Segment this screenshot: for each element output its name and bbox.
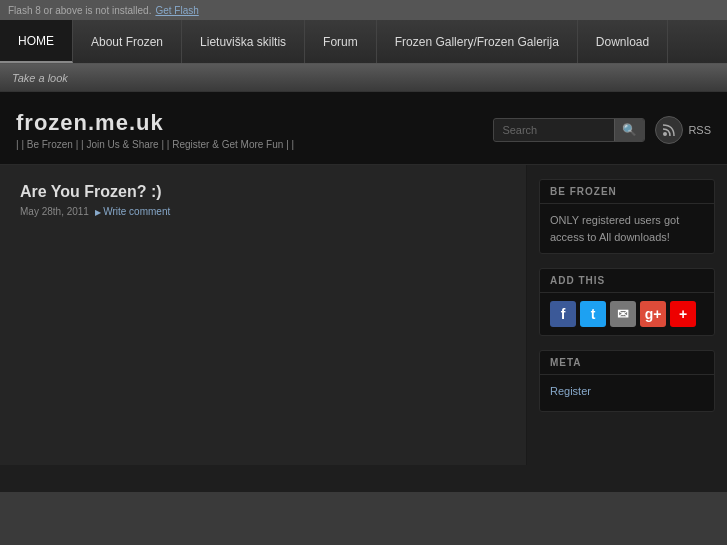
main-wrapper: frozen.me.uk | | Be Frozen | | Join Us &… [0, 92, 727, 492]
sidebar: BE FROZEN ONLY registered users got acce… [527, 165, 727, 465]
social-icons-container: f t ✉ g+ + [540, 293, 714, 335]
write-comment-link[interactable]: Write comment [95, 206, 170, 217]
rss-link[interactable]: RSS [655, 116, 711, 144]
tagline-bar: Take a look [0, 64, 727, 92]
flash-notice: Flash 8 or above is not installed. Get F… [0, 0, 727, 20]
nav-item-gallery[interactable]: Frozen Gallery/Frozen Galerija [377, 20, 578, 63]
nav-item-lietuviska[interactable]: Lietuviška skiltis [182, 20, 305, 63]
flash-text: Flash 8 or above is not installed. [8, 5, 151, 16]
nav-item-download[interactable]: Download [578, 20, 668, 63]
add-this-title: ADD THIS [540, 269, 714, 293]
site-title-block: frozen.me.uk | | Be Frozen | | Join Us &… [16, 110, 294, 150]
site-header: frozen.me.uk | | Be Frozen | | Join Us &… [0, 92, 727, 165]
print-icon[interactable]: ✉ [610, 301, 636, 327]
be-frozen-body: ONLY registered users got access to All … [540, 204, 714, 253]
search-button[interactable]: 🔍 [614, 119, 644, 141]
main-content: Are You Frozen? :) May 28th, 2011 Write … [0, 165, 527, 465]
svg-point-0 [663, 132, 667, 136]
site-title: frozen.me.uk [16, 110, 294, 136]
meta-register-link[interactable]: Register [550, 383, 704, 400]
nav-item-about[interactable]: About Frozen [73, 20, 182, 63]
flash-link[interactable]: Get Flash [155, 5, 198, 16]
meta-title: META [540, 351, 714, 375]
search-input[interactable] [494, 120, 614, 140]
nav-item-forum[interactable]: Forum [305, 20, 377, 63]
content-layout: Are You Frozen? :) May 28th, 2011 Write … [0, 165, 727, 465]
post-title: Are You Frozen? :) [20, 183, 506, 201]
search-form: 🔍 [493, 118, 645, 142]
post: Are You Frozen? :) May 28th, 2011 Write … [20, 183, 506, 217]
nav-item-home[interactable]: HOME [0, 20, 73, 63]
post-meta: May 28th, 2011 Write comment [20, 206, 506, 217]
facebook-icon[interactable]: f [550, 301, 576, 327]
header-right: 🔍 RSS [493, 116, 711, 144]
rss-label: RSS [688, 124, 711, 136]
meta-widget: META Register [539, 350, 715, 412]
add-icon[interactable]: + [670, 301, 696, 327]
be-frozen-title: BE FROZEN [540, 180, 714, 204]
add-this-widget: ADD THIS f t ✉ g+ + [539, 268, 715, 336]
nav-bar: HOME About Frozen Lietuviška skiltis For… [0, 20, 727, 64]
site-subtitle: | | Be Frozen | | Join Us & Share | | Re… [16, 139, 294, 150]
twitter-icon[interactable]: t [580, 301, 606, 327]
tagline-text: Take a look [12, 72, 68, 84]
be-frozen-widget: BE FROZEN ONLY registered users got acce… [539, 179, 715, 254]
post-date: May 28th, 2011 [20, 206, 89, 217]
meta-body: Register [540, 375, 714, 411]
google-icon[interactable]: g+ [640, 301, 666, 327]
rss-icon [655, 116, 683, 144]
